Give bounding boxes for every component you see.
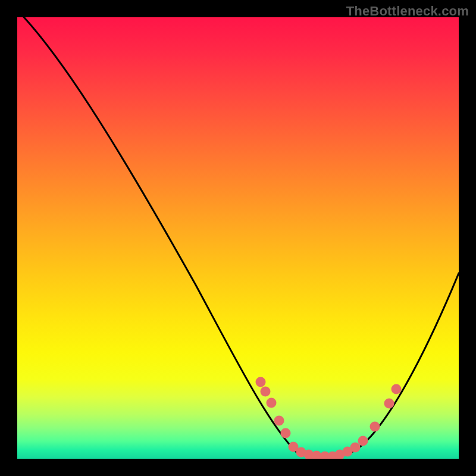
watermark-label: TheBottleneck.com — [346, 4, 469, 19]
marker-dot — [274, 416, 284, 426]
marker-dot — [370, 422, 380, 432]
marker-dot — [256, 377, 266, 387]
marker-dot — [358, 436, 368, 446]
chart-frame: TheBottleneck.com — [0, 0, 476, 476]
chart-svg — [17, 17, 459, 459]
marker-dot — [281, 428, 291, 439]
marker-dot — [392, 384, 402, 394]
marker-group — [256, 377, 402, 459]
marker-dot — [350, 443, 361, 453]
plot-area — [17, 17, 459, 459]
marker-dot — [261, 387, 271, 397]
marker-dot — [384, 399, 394, 409]
marker-dot — [267, 398, 277, 408]
